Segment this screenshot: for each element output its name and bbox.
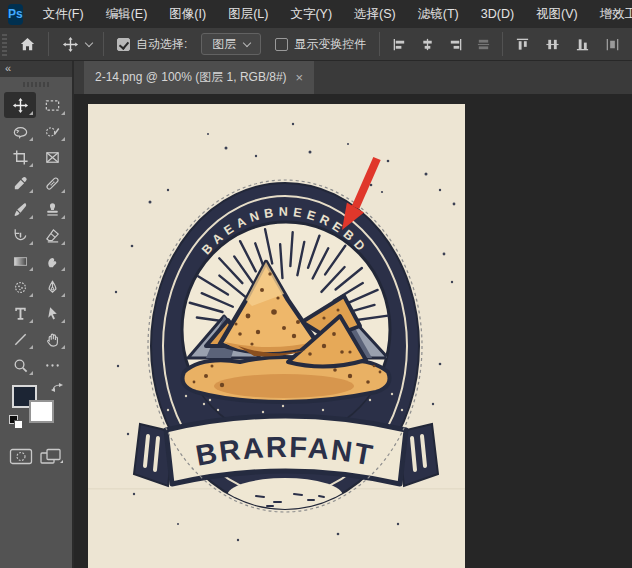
photoshop-window: Ps 文件(F)编辑(E)图像(I)图层(L)文字(Y)选择(S)滤镜(T)3D… <box>0 0 632 568</box>
path-select-icon <box>44 305 61 322</box>
align-top-edges-icon <box>515 37 530 52</box>
tools-panel-grip[interactable] <box>23 82 49 87</box>
brush-icon <box>12 201 29 218</box>
flyout-indicator <box>29 111 33 115</box>
distribute-spacing-button[interactable] <box>600 32 624 56</box>
screen-mode-button[interactable] <box>39 448 63 465</box>
tool-type[interactable] <box>4 300 36 326</box>
auto-select-target-value: 图层 <box>212 36 236 53</box>
tool-gradient[interactable] <box>4 248 36 274</box>
separator <box>379 32 380 56</box>
tool-zoom[interactable] <box>4 352 36 378</box>
swap-colors-icon[interactable] <box>50 382 66 396</box>
flyout-indicator <box>61 267 65 271</box>
tool-history-brush[interactable] <box>4 222 36 248</box>
object-select-icon <box>44 123 61 140</box>
crop-icon <box>12 149 29 166</box>
menu-items: 文件(F)编辑(E)图像(I)图层(L)文字(Y)选择(S)滤镜(T)3D(D)… <box>32 0 632 28</box>
menu-item-滤镜(T)[interactable]: 滤镜(T) <box>407 0 470 28</box>
default-colors-icon[interactable] <box>9 415 23 429</box>
align-right-edges-button[interactable] <box>443 32 467 56</box>
collapse-panels-button[interactable]: « <box>0 61 72 77</box>
toolbar-bottom-buttons <box>0 438 72 465</box>
menu-item-图像(I)[interactable]: 图像(I) <box>158 0 217 28</box>
canvas[interactable]: BAEANBNEEREBD <box>88 104 465 568</box>
ellipsis-icon <box>44 357 61 374</box>
tool-line[interactable] <box>4 326 36 352</box>
align-top-edges-button[interactable] <box>510 32 534 56</box>
menu-item-文件(F)[interactable]: 文件(F) <box>32 0 95 28</box>
auto-select-label: 自动选择: <box>136 36 187 53</box>
menu-item-图层(L)[interactable]: 图层(L) <box>217 0 279 28</box>
color-swatches <box>0 382 72 438</box>
align-bottom-edges-button[interactable] <box>570 32 594 56</box>
tool-dodge[interactable] <box>4 274 36 300</box>
distribute-horizontal-icon <box>476 37 491 52</box>
tab-bar: 2-14.png @ 100% (图层 1, RGB/8#) × <box>74 61 632 94</box>
options-bar-grip[interactable] <box>2 32 7 56</box>
menu-item-文字(Y)[interactable]: 文字(Y) <box>279 0 343 28</box>
menu-item-视图(V)[interactable]: 视图(V) <box>525 0 589 28</box>
home-button[interactable] <box>13 31 41 57</box>
quick-mask-button[interactable] <box>9 448 33 465</box>
tool-move[interactable] <box>4 92 36 118</box>
menu-item-编辑(E)[interactable]: 编辑(E) <box>95 0 159 28</box>
stamp-icon <box>44 201 61 218</box>
tool-brush[interactable] <box>4 196 36 222</box>
smudge-icon <box>44 253 61 270</box>
tool-ellipsis[interactable] <box>36 352 68 378</box>
menu-item-增效工具[interactable]: 增效工具 <box>589 0 632 28</box>
tool-preset-chevron-icon[interactable] <box>85 38 93 46</box>
show-transform-checkbox[interactable] <box>275 38 288 51</box>
history-brush-icon <box>12 227 29 244</box>
distribute-spacing-icon <box>605 37 620 52</box>
healing-icon <box>44 175 61 192</box>
show-transform-control[interactable]: 显示变换控件 <box>275 36 366 53</box>
background-color-swatch[interactable] <box>29 400 54 423</box>
current-tool-move-icon[interactable] <box>56 31 84 57</box>
flyout-indicator <box>29 189 33 193</box>
auto-select-control[interactable]: 自动选择: <box>117 36 187 53</box>
tool-object-select[interactable] <box>36 118 68 144</box>
zoom-icon <box>12 357 29 374</box>
tools-panel: « <box>0 61 74 568</box>
document-tab-title: 2-14.png @ 100% (图层 1, RGB/8#) <box>95 69 287 86</box>
hand-icon <box>44 331 61 348</box>
tool-lasso[interactable] <box>4 118 36 144</box>
align-right-edges-icon <box>448 37 463 52</box>
frame-icon <box>44 149 61 166</box>
tool-frame[interactable] <box>36 144 68 170</box>
tab-close-icon[interactable]: × <box>296 71 304 84</box>
tool-smudge[interactable] <box>36 248 68 274</box>
tool-crop[interactable] <box>4 144 36 170</box>
auto-select-checkbox[interactable] <box>117 38 130 51</box>
tool-stamp[interactable] <box>36 196 68 222</box>
eyedropper-icon <box>12 175 29 192</box>
auto-select-target-dropdown[interactable]: 图层 <box>201 33 261 55</box>
flyout-indicator <box>61 241 65 245</box>
tool-marquee[interactable] <box>36 92 68 118</box>
flyout-indicator <box>61 137 65 141</box>
flyout-indicator <box>61 189 65 193</box>
menu-item-选择(S)[interactable]: 选择(S) <box>343 0 407 28</box>
tool-healing[interactable] <box>36 170 68 196</box>
photoshop-logo[interactable]: Ps <box>8 4 23 25</box>
align-left-edges-button[interactable] <box>387 32 411 56</box>
tool-eyedropper[interactable] <box>4 170 36 196</box>
tool-pen[interactable] <box>36 274 68 300</box>
separator <box>502 32 503 56</box>
document-tab[interactable]: 2-14.png @ 100% (图层 1, RGB/8#) × <box>84 61 314 94</box>
align-bottom-edges-icon <box>575 37 590 52</box>
menu-item-3D(D)[interactable]: 3D(D) <box>470 0 525 28</box>
tool-eraser[interactable] <box>36 222 68 248</box>
document-area: 2-14.png @ 100% (图层 1, RGB/8#) × <box>74 61 632 568</box>
align-horizontal-centers-button[interactable] <box>415 32 439 56</box>
move-icon <box>12 97 29 114</box>
distribute-horizontal-centers-button[interactable] <box>540 32 564 56</box>
gradient-icon <box>12 253 29 270</box>
flyout-indicator <box>29 267 33 271</box>
tool-hand[interactable] <box>36 326 68 352</box>
logo-artwork: BAEANBNEEREBD <box>88 104 465 568</box>
tools-grid <box>0 92 72 378</box>
tool-path-select[interactable] <box>36 300 68 326</box>
